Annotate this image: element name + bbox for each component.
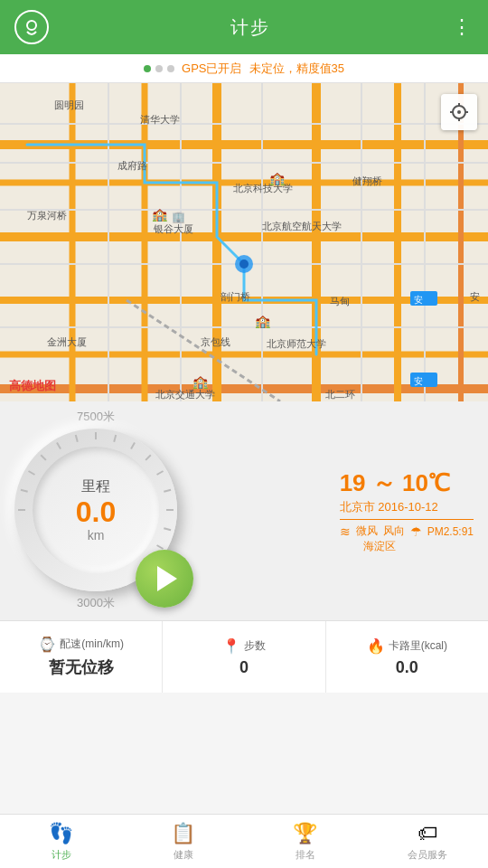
svg-point-0 [27,21,36,30]
steps-nav-icon: 👣 [49,822,73,845]
vip-nav-label: 会员服务 [408,848,447,862]
nav-steps[interactable]: 👣 计步 [0,815,122,868]
svg-text:剖门桥: 剖门桥 [221,291,250,302]
svg-text:🏫: 🏫 [269,171,286,186]
umbrella-icon: ☂ [410,524,422,539]
calories-icon: 🔥 [367,637,385,655]
svg-text:🏢: 🏢 [172,210,185,223]
dashboard: 7500米 里程 0.0 km [0,401,488,620]
svg-text:圆明园: 圆明园 [54,99,84,110]
weather-area-label: 海淀区 [363,539,396,554]
svg-point-26 [239,259,249,269]
dial-value: 0.0 [76,496,116,528]
weather-area: 海淀区 [340,539,474,554]
nav-vip[interactable]: 🏷 会员服务 [366,815,488,868]
pm-label: PM2.5:91 [427,525,474,538]
rank-nav-label: 排名 [296,848,315,862]
calories-value: 0.0 [396,658,418,677]
health-nav-icon: 📋 [171,822,195,845]
stat-steps-label-row: 📍 步数 [222,637,266,655]
svg-text:🏫: 🏫 [192,374,209,390]
svg-text:万泉河桥: 万泉河桥 [27,210,67,221]
dial-section: 7500米 里程 0.0 km [14,409,177,611]
weather-detail: ≋ 微风 风向 ☂ PM2.5:91 [340,524,474,539]
dial-ring: 里程 0.0 km [14,429,177,591]
weather-section: 19 ～ 10℃ 北京市 2016-10-12 ≋ 微风 风向 ☂ PM2.5:… [340,466,474,554]
dial-title: 里程 [81,477,110,496]
rank-nav-icon: 🏆 [293,822,317,845]
wind-label: 微风 [356,524,378,539]
play-button[interactable] [136,550,193,608]
nav-health[interactable]: 📋 健康 [122,815,244,868]
svg-text:北京交通大学: 北京交通大学 [155,389,215,400]
steps-label: 步数 [244,638,266,654]
bottom-nav: 👣 计步 📋 健康 🏆 排名 🏷 会员服务 [0,814,488,868]
map-container[interactable]: 圆明园 清华大学 成府路 万泉河桥 北京科技大学 健翔桥 银谷大厦 北京航空航天… [0,83,488,401]
svg-text:北京师范大学: 北京师范大学 [267,338,326,349]
stats-row: ⌚ 配速(min/km) 暂无位移 📍 步数 0 🔥 卡路里(kcal) 0.0 [0,620,488,693]
play-icon [157,566,177,591]
weather-date: 2016-10-12 [378,500,438,514]
svg-text:北二环: 北二环 [325,389,355,400]
svg-text:安: 安 [470,291,480,302]
weather-temperature: 19 ～ 10℃ [340,469,474,497]
dot-3 [167,65,174,72]
gps-status: GPS已开启 [182,61,241,77]
dial-inner: 里程 0.0 km [33,447,159,573]
svg-text:清华大学: 清华大学 [140,114,180,125]
svg-text:金洲大厦: 金洲大厦 [47,336,87,347]
stat-pace-label-row: ⌚ 配速(min/km) [38,636,124,653]
stat-calories: 🔥 卡路里(kcal) 0.0 [326,621,488,693]
steps-nav-label: 计步 [52,848,71,862]
amap-logo: 高德地图 [9,378,56,394]
stat-calories-label-row: 🔥 卡路里(kcal) [367,637,447,655]
health-nav-label: 健康 [174,848,193,862]
svg-text:安: 安 [414,376,423,386]
header: 计步 ⋮ [0,0,488,54]
weather-city: 北京市 [340,500,375,514]
svg-text:健翔桥: 健翔桥 [352,175,382,186]
dot-2 [155,65,163,72]
app-logo[interactable] [14,10,49,44]
pace-value: 暂无位移 [49,656,114,678]
dial-max-label: 7500米 [77,409,115,425]
dial-min-label: 3000米 [77,595,115,611]
steps-icon: 📍 [222,637,240,655]
svg-text:马甸: 马甸 [330,296,350,307]
wind-dir: 风向 [383,524,405,539]
svg-text:🏫: 🏫 [255,314,271,329]
signal-dots [144,65,174,72]
svg-text:🏫: 🏫 [152,207,168,222]
pace-icon: ⌚ [38,636,56,653]
svg-text:京包线: 京包线 [201,336,230,347]
vip-nav-icon: 🏷 [418,822,437,845]
page-title: 计步 [230,15,270,40]
steps-value: 0 [239,658,249,677]
menu-button[interactable]: ⋮ [452,15,474,39]
weather-city-date: 北京市 2016-10-12 [340,499,474,520]
location-status: 未定位，精度值35 [249,61,344,77]
svg-text:安: 安 [414,295,423,305]
location-button[interactable] [441,94,477,130]
dot-1 [144,65,151,72]
dial-unit: km [88,528,105,542]
svg-text:成府路: 成府路 [117,160,147,171]
calories-label: 卡路里(kcal) [389,638,447,654]
svg-point-53 [457,110,461,114]
svg-text:北京航空航天大学: 北京航空航天大学 [262,221,342,231]
stat-steps: 📍 步数 0 [163,621,325,693]
nav-rank[interactable]: 🏆 排名 [244,815,366,868]
svg-text:银谷大厦: 银谷大厦 [153,223,193,234]
wind-icon: ≋ [340,524,351,539]
status-bar: GPS已开启 未定位，精度值35 [0,54,488,83]
pace-label: 配速(min/km) [60,637,124,652]
stat-pace: ⌚ 配速(min/km) 暂无位移 [0,621,163,693]
